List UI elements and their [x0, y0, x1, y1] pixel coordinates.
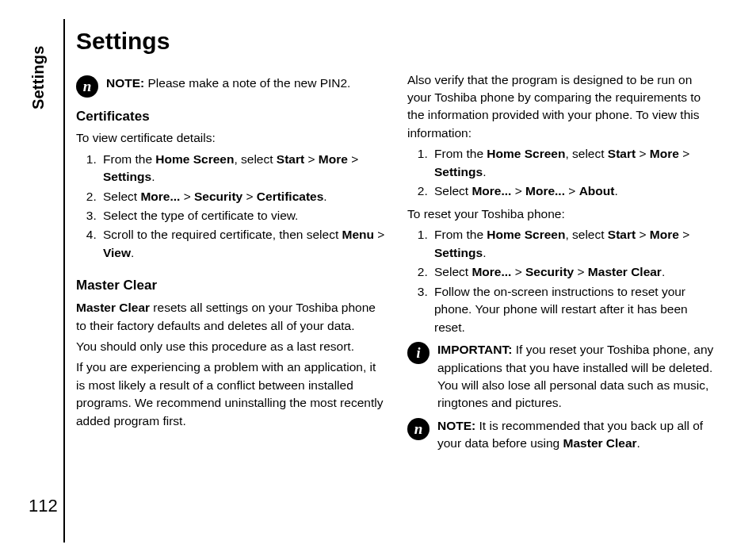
t: Master Clear: [588, 265, 662, 278]
page-number: 112: [29, 493, 58, 519]
t: Start: [277, 152, 304, 166]
t: Master Clear: [563, 436, 637, 450]
note-label: NOTE:: [437, 419, 475, 432]
t: >: [304, 152, 319, 166]
step: Select More... > Security > Master Clear…: [431, 263, 718, 281]
t: Settings: [103, 170, 151, 183]
t: >: [511, 265, 525, 278]
t: .: [483, 165, 486, 178]
master-p3: If you are experiencing a problem with a…: [76, 359, 387, 430]
t: Master Clear: [76, 301, 150, 314]
t: Select: [103, 190, 140, 203]
t: Select: [434, 184, 472, 197]
t: .: [151, 170, 155, 183]
master-p1: Master Clear resets all settings on your…: [76, 299, 387, 335]
t: >: [574, 265, 588, 278]
step: Follow the on-screen instructions to res…: [431, 283, 718, 336]
info-icon: i: [407, 342, 430, 364]
t: More...: [472, 184, 511, 197]
note-text: Please make a note of the new PIN2.: [144, 76, 350, 90]
t: >: [679, 147, 689, 160]
t: >: [636, 147, 650, 160]
note-backup: n NOTE: It is recommended that you back …: [407, 417, 718, 453]
t: More...: [525, 184, 565, 197]
important-body: IMPORTANT: If you reset your Toshiba pho…: [437, 341, 718, 412]
master-p2: You should only use this procedure as a …: [76, 338, 387, 355]
note-body: NOTE: Please make a note of the new PIN2…: [106, 75, 387, 92]
t: Home Screen: [155, 152, 234, 166]
t: Settings: [434, 165, 483, 178]
t: More: [650, 147, 679, 160]
t: About: [579, 184, 615, 197]
t: , select: [565, 147, 607, 160]
important-block: i IMPORTANT: If you reset your Toshiba p…: [407, 341, 718, 412]
reset-steps: From the Home Screen, select Start > Mor…: [407, 226, 718, 336]
t: More: [650, 228, 679, 241]
right-intro: Also verify that the program is designed…: [407, 71, 718, 143]
t: View: [103, 246, 131, 259]
important-label: IMPORTANT:: [437, 343, 512, 356]
note-label: NOTE:: [106, 76, 144, 90]
note-icon: n: [76, 75, 98, 98]
t: .: [662, 265, 665, 278]
step: Scroll to the required certificate, then…: [100, 226, 387, 262]
t: Menu: [342, 228, 374, 241]
note-pin2: n NOTE: Please make a note of the new PI…: [76, 75, 387, 98]
left-column: n NOTE: Please make a note of the new PI…: [76, 70, 387, 458]
step: Select More... > More... > About.: [431, 182, 718, 200]
t: >: [511, 184, 525, 197]
t: .: [637, 436, 640, 450]
t: >: [636, 228, 650, 241]
t: Security: [525, 265, 574, 278]
t: .: [131, 246, 134, 259]
t: From the: [434, 147, 487, 160]
note-icon: n: [407, 418, 430, 440]
t: >: [565, 184, 579, 197]
certificates-steps: From the Home Screen, select Start > Mor…: [76, 151, 387, 263]
t: Select: [434, 265, 472, 278]
step: From the Home Screen, select Start > Mor…: [100, 151, 387, 186]
step: From the Home Screen, select Start > Mor…: [431, 226, 718, 262]
t: >: [679, 228, 689, 241]
step: Select More... > Security > Certificates…: [100, 188, 387, 205]
t: >: [374, 228, 384, 241]
two-column-layout: n NOTE: Please make a note of the new PI…: [76, 70, 745, 458]
t: More...: [140, 190, 180, 203]
t: .: [614, 184, 617, 197]
t: Security: [194, 190, 242, 203]
t: More...: [472, 265, 511, 278]
side-section-label: Settings: [27, 46, 50, 110]
t: Home Screen: [487, 228, 565, 241]
step: Select the type of certificate to view.: [100, 207, 387, 224]
heading-master-clear: Master Clear: [76, 276, 387, 296]
t: , select: [234, 152, 276, 166]
page-content: Settings n NOTE: Please make a note of t…: [63, 19, 745, 543]
t: Settings: [434, 246, 483, 259]
t: Certificates: [257, 190, 323, 203]
t: .: [323, 190, 326, 203]
t: >: [348, 152, 358, 166]
t: >: [242, 190, 257, 203]
view-info-steps: From the Home Screen, select Start > Mor…: [407, 145, 718, 200]
t: Scroll to the required certificate, then…: [103, 228, 342, 241]
t: .: [483, 246, 486, 259]
certificates-intro: To view certificate details:: [76, 129, 387, 147]
t: From the: [434, 228, 487, 241]
step: From the Home Screen, select Start > Mor…: [431, 145, 718, 181]
page-title: Settings: [76, 24, 745, 59]
t: Home Screen: [487, 147, 565, 160]
t: Start: [608, 147, 636, 160]
reset-intro: To reset your Toshiba phone:: [407, 205, 718, 223]
t: , select: [565, 228, 607, 241]
t: Start: [608, 228, 636, 241]
heading-certificates: Certificates: [76, 107, 387, 127]
note-body: NOTE: It is recommended that you back up…: [437, 417, 718, 453]
right-column: Also verify that the program is designed…: [407, 70, 718, 458]
t: From the: [103, 152, 155, 166]
t: >: [180, 190, 194, 203]
t: More: [319, 152, 348, 166]
